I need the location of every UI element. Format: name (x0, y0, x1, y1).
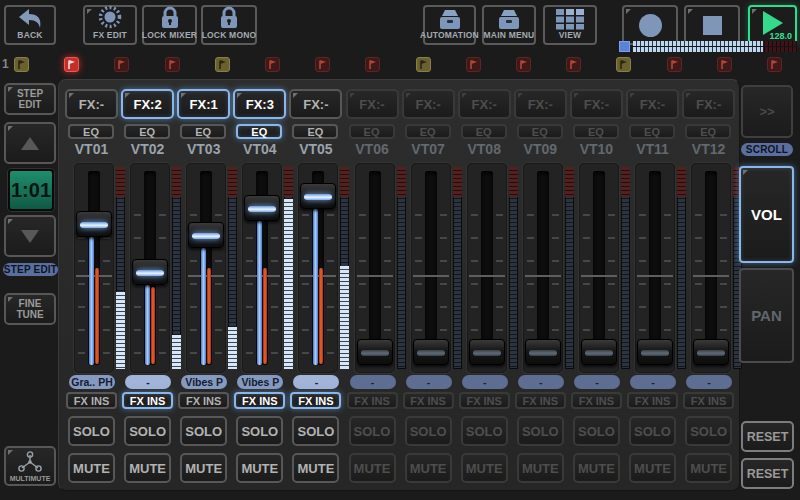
step-up-button[interactable] (4, 122, 56, 164)
eq-button[interactable]: EQ (124, 124, 170, 139)
track-sample-label[interactable]: - (350, 375, 396, 389)
reset-button-bottom[interactable]: RESET (741, 458, 794, 489)
mute-button[interactable]: MUTE (68, 453, 115, 483)
fx-select-button[interactable]: FX:- (514, 89, 567, 119)
view-button[interactable]: VIEW (543, 5, 597, 45)
pattern-pad[interactable] (416, 57, 431, 72)
mute-button[interactable]: MUTE (629, 453, 676, 483)
track-sample-label[interactable]: Gra.. PH (69, 375, 115, 389)
fx-select-button[interactable]: FX:3 (233, 89, 286, 119)
fx-insert-button[interactable]: FX INS (66, 392, 117, 409)
eq-button[interactable]: EQ (573, 124, 619, 139)
mute-button[interactable]: MUTE (180, 453, 227, 483)
fx-select-button[interactable]: FX:- (626, 89, 679, 119)
eq-button[interactable]: EQ (68, 124, 114, 139)
eq-button[interactable]: EQ (405, 124, 451, 139)
fx-insert-button[interactable]: FX INS (347, 392, 398, 409)
pattern-pad[interactable] (215, 57, 230, 72)
eq-button[interactable]: EQ (180, 124, 226, 139)
main-menu-button[interactable]: MAIN MENU (482, 5, 536, 45)
mute-button[interactable]: MUTE (517, 453, 564, 483)
lock-mixer-button[interactable]: LOCK MIXER (142, 5, 197, 45)
fx-select-button[interactable]: FX:- (289, 89, 342, 119)
record-button[interactable] (622, 5, 678, 45)
eq-button[interactable]: EQ (292, 124, 338, 139)
track-sample-label[interactable]: - (462, 375, 508, 389)
solo-button[interactable]: SOLO (685, 416, 732, 446)
solo-button[interactable]: SOLO (573, 416, 620, 446)
pattern-pad[interactable] (616, 57, 631, 72)
mute-button[interactable]: MUTE (236, 453, 283, 483)
fx-select-button[interactable]: FX:- (458, 89, 511, 119)
volume-fader-handle[interactable] (188, 222, 224, 248)
step-down-button[interactable] (4, 215, 56, 257)
fx-insert-button[interactable]: FX INS (178, 392, 229, 409)
eq-button[interactable]: EQ (236, 124, 282, 139)
track-sample-label[interactable]: Vibes P (181, 375, 227, 389)
pattern-pad[interactable] (466, 57, 481, 72)
volume-fader-handle[interactable] (132, 259, 168, 285)
solo-button[interactable]: SOLO (461, 416, 508, 446)
volume-fader-handle[interactable] (76, 211, 112, 237)
fx-select-button[interactable]: FX:- (65, 89, 118, 119)
volume-fader-handle[interactable] (581, 339, 617, 365)
reset-button-top[interactable]: RESET (741, 421, 794, 452)
track-sample-label[interactable]: - (293, 375, 339, 389)
solo-button[interactable]: SOLO (236, 416, 283, 446)
pattern-pad[interactable] (516, 57, 531, 72)
back-button[interactable]: BACK (4, 5, 56, 45)
automation-button[interactable]: AUTOMATION (423, 5, 476, 45)
fx-insert-button[interactable]: FX INS (627, 392, 678, 409)
lock-mono-button[interactable]: LOCK MONO (201, 5, 257, 45)
pattern-pad[interactable] (717, 57, 732, 72)
fine-tune-button[interactable]: FINE TUNE (4, 293, 56, 325)
vol-mode-button[interactable]: VOL (739, 166, 794, 263)
pattern-pad[interactable] (114, 57, 129, 72)
mute-button[interactable]: MUTE (461, 453, 508, 483)
solo-button[interactable]: SOLO (405, 416, 452, 446)
track-sample-label[interactable]: - (518, 375, 564, 389)
solo-button[interactable]: SOLO (629, 416, 676, 446)
eq-button[interactable]: EQ (349, 124, 395, 139)
playhead-marker[interactable] (619, 41, 630, 52)
track-sample-label[interactable]: Vibes P (237, 375, 283, 389)
solo-button[interactable]: SOLO (292, 416, 339, 446)
volume-fader-handle[interactable] (413, 339, 449, 365)
fx-insert-button[interactable]: FX INS (683, 392, 734, 409)
volume-fader-handle[interactable] (525, 339, 561, 365)
pattern-pad[interactable] (165, 57, 180, 72)
fx-insert-button[interactable]: FX INS (122, 392, 173, 409)
fx-edit-button[interactable]: FX EDIT (83, 5, 137, 45)
pattern-pad[interactable] (64, 57, 79, 72)
pattern-pad[interactable] (265, 57, 280, 72)
fx-select-button[interactable]: FX:1 (177, 89, 230, 119)
fx-insert-button[interactable]: FX INS (459, 392, 510, 409)
track-sample-label[interactable]: - (574, 375, 620, 389)
pan-mode-button[interactable]: PAN (739, 268, 794, 363)
eq-button[interactable]: EQ (685, 124, 731, 139)
fx-insert-button[interactable]: FX INS (234, 392, 285, 409)
pattern-pad[interactable] (566, 57, 581, 72)
solo-button[interactable]: SOLO (180, 416, 227, 446)
mute-button[interactable]: MUTE (124, 453, 171, 483)
pattern-pad[interactable] (315, 57, 330, 72)
solo-button[interactable]: SOLO (349, 416, 396, 446)
stop-button[interactable] (684, 5, 740, 45)
volume-fader-handle[interactable] (637, 339, 673, 365)
pattern-pad[interactable] (667, 57, 682, 72)
eq-button[interactable]: EQ (517, 124, 563, 139)
pattern-pad[interactable] (365, 57, 380, 72)
volume-fader-handle[interactable] (357, 339, 393, 365)
fx-insert-button[interactable]: FX INS (515, 392, 566, 409)
mute-button[interactable]: MUTE (292, 453, 339, 483)
volume-fader-handle[interactable] (693, 339, 729, 365)
volume-fader-handle[interactable] (244, 195, 280, 221)
solo-button[interactable]: SOLO (517, 416, 564, 446)
eq-button[interactable]: EQ (629, 124, 675, 139)
scroll-button[interactable]: >> (741, 85, 793, 138)
play-button[interactable]: 128.0 (748, 5, 797, 45)
volume-fader-handle[interactable] (300, 183, 336, 209)
track-sample-label[interactable]: - (125, 375, 171, 389)
eq-button[interactable]: EQ (461, 124, 507, 139)
mute-button[interactable]: MUTE (405, 453, 452, 483)
